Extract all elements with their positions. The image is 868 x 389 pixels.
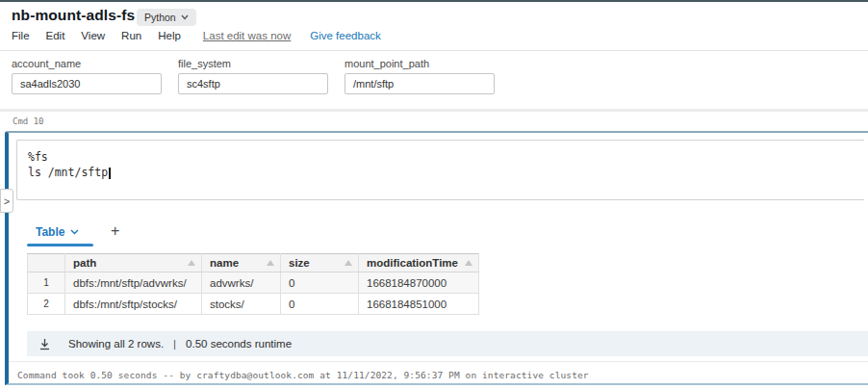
cell-size: 0	[281, 294, 359, 315]
code-line-2: ls /mnt/sftp	[28, 166, 108, 179]
menu-run[interactable]: Run	[121, 30, 141, 41]
last-edit-status[interactable]: Last edit was now	[203, 30, 291, 41]
give-feedback-link[interactable]: Give feedback	[310, 30, 381, 41]
widget-mount-point-path: mount_point_path	[345, 58, 495, 94]
widget-account-name: account_name	[12, 58, 162, 94]
notebook-cell: %fs ls /mnt/sftp Table + path name size …	[5, 131, 868, 385]
results-table: path name size modificationTime 1 dbfs:/…	[27, 253, 479, 315]
widgets-divider	[0, 109, 868, 112]
column-header-modificationTime[interactable]: modificationTime	[359, 254, 479, 272]
sidebar-expand-handle[interactable]: >	[0, 189, 13, 213]
notebook-title: nb-mount-adls-fs	[12, 7, 135, 24]
active-tab-indicator	[27, 244, 93, 246]
column-header-path[interactable]: path	[65, 254, 202, 272]
sort-arrow-icon[interactable]	[465, 260, 472, 266]
cell-path: dbfs:/mnt/sftp/advwrks/	[65, 272, 202, 294]
table-row[interactable]: 1 dbfs:/mnt/sftp/advwrks/ advwrks/ 0 166…	[28, 272, 479, 294]
chevron-down-icon	[70, 229, 79, 235]
row-number-header	[28, 254, 65, 272]
text-cursor	[109, 168, 111, 179]
sort-arrow-icon[interactable]	[267, 260, 274, 266]
cell-cmd-label: Cmd 10	[13, 117, 44, 126]
tab-table[interactable]: Table	[34, 221, 81, 243]
table-tab-label: Table	[36, 225, 64, 239]
footer-separator: |	[173, 338, 176, 350]
add-visualization-button[interactable]: +	[105, 220, 125, 242]
account-name-input[interactable]	[12, 73, 162, 94]
download-icon[interactable]	[38, 338, 51, 350]
menu-view[interactable]: View	[81, 30, 105, 41]
cell-name: advwrks/	[202, 272, 281, 294]
sort-arrow-icon[interactable]	[345, 260, 352, 266]
cell-modificationTime: 1668184851000	[359, 294, 479, 315]
table-row[interactable]: 2 dbfs:/mnt/sftp/stocks/ stocks/ 0 16681…	[28, 294, 479, 315]
column-header-name[interactable]: name	[202, 254, 281, 272]
widget-label: mount_point_path	[345, 58, 495, 69]
widget-label: account_name	[12, 58, 162, 69]
menu-bar: File Edit View Run Help Last edit was no…	[12, 30, 381, 41]
widget-label: file_system	[178, 58, 328, 69]
menu-help[interactable]: Help	[158, 30, 181, 41]
cell-size: 0	[281, 272, 359, 294]
column-header-size[interactable]: size	[281, 254, 359, 272]
chevron-right-icon: >	[4, 195, 10, 207]
cell-path: dbfs:/mnt/sftp/stocks/	[65, 294, 202, 315]
menu-file[interactable]: File	[12, 30, 30, 41]
window-top-border	[0, 0, 868, 2]
header-divider	[0, 50, 868, 51]
code-editor[interactable]: %fs ls /mnt/sftp	[16, 140, 864, 200]
cell-name: stocks/	[202, 294, 281, 315]
language-label: Python	[144, 12, 176, 23]
code-line-1: %fs	[28, 150, 48, 164]
language-selector[interactable]: Python	[137, 9, 196, 26]
chevron-down-icon	[181, 14, 189, 20]
runtime-text: 0.50 seconds runtime	[186, 338, 292, 350]
command-status-text: Command took 0.50 seconds -- by craftydb…	[9, 361, 868, 380]
row-number: 1	[28, 272, 65, 294]
results-footer-bar: Showing all 2 rows. | 0.50 seconds runti…	[27, 331, 868, 356]
row-number: 2	[28, 294, 65, 315]
menu-edit[interactable]: Edit	[46, 30, 65, 41]
cell-modificationTime: 1668184870000	[359, 272, 479, 294]
table-header-row: path name size modificationTime	[28, 254, 479, 272]
sort-arrow-icon[interactable]	[188, 260, 195, 266]
rows-count-text: Showing all 2 rows.	[68, 338, 164, 350]
notebook-page: nb-mount-adls-fs Python File Edit View R…	[0, 0, 868, 389]
mount-point-path-input[interactable]	[345, 73, 495, 94]
widget-file-system: file_system	[178, 58, 328, 94]
file-system-input[interactable]	[178, 73, 328, 94]
